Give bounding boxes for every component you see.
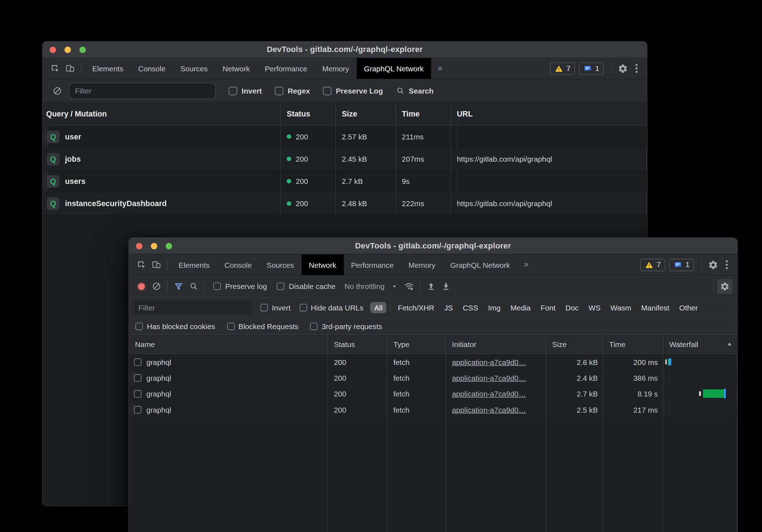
warnings-badge[interactable]: 7 [640,258,665,271]
inspect-element-icon[interactable] [134,254,149,275]
column-header-name[interactable]: Name [129,334,328,353]
record-button[interactable] [138,283,145,290]
export-har-icon[interactable] [439,281,453,291]
search-icon[interactable] [186,281,201,291]
issues-badge[interactable]: 1 [669,258,694,271]
row-checkbox[interactable] [134,374,141,381]
invert-checkbox[interactable] [260,304,268,312]
column-header-type[interactable]: Type [387,334,446,353]
preserve-log-checkbox[interactable] [323,86,331,95]
type-filter-ws[interactable]: WS [584,302,605,313]
table-row[interactable]: graphql 200 fetch application-a7ca9d0… 2… [129,354,737,370]
filter-input[interactable]: Filter [134,301,251,315]
warnings-badge[interactable]: 7 [550,62,575,75]
type-filter-doc[interactable]: Doc [561,302,583,313]
tab-elements[interactable]: Elements [85,58,131,79]
tab-console[interactable]: Console [131,58,173,79]
tab-performance[interactable]: Performance [344,254,401,275]
column-header-size[interactable]: Size [336,103,396,125]
import-har-icon[interactable] [424,281,438,291]
tab-graphql-network[interactable]: GraphQL Network [357,58,431,79]
preserve-log-checkbox[interactable] [213,282,221,290]
settings-gear-icon[interactable] [615,58,630,79]
device-toolbar-icon[interactable] [149,254,164,275]
type-filter-css[interactable]: CSS [459,302,482,313]
kebab-menu-icon[interactable] [630,64,643,73]
device-toolbar-icon[interactable] [62,58,77,79]
network-conditions-icon[interactable] [401,281,416,291]
column-header-query-mutation[interactable]: Query / Mutation [43,103,281,125]
tab-sources[interactable]: Sources [259,254,302,275]
search-control[interactable]: Search [396,86,433,95]
tab-network[interactable]: Network [215,58,258,79]
tab-elements[interactable]: Elements [171,254,217,275]
type-filter-wasm[interactable]: Wasm [607,302,635,313]
blocked-requests-checkbox[interactable] [227,323,235,330]
tab-network[interactable]: Network [301,254,344,275]
initiator-link[interactable]: application-a7ca9d0… [452,405,526,414]
disable-cache-checkbox-group[interactable]: Disable cache [277,282,335,291]
type-filter-all[interactable]: All [370,302,386,313]
table-row[interactable]: Qusers 200 2.7 kB 9s https://gitlab.com/… [43,170,49,192]
type-filter-img[interactable]: Img [484,302,504,313]
hide-data-urls-checkbox[interactable] [300,304,307,312]
column-header-url[interactable]: URL [451,103,647,125]
issues-badge[interactable]: 1 [579,62,604,75]
table-row[interactable]: graphql 200 fetch application-a7ca9d0… 2… [129,370,136,386]
type-filter-fetch-xhr[interactable]: Fetch/XHR [394,302,438,313]
tab-performance[interactable]: Performance [257,58,315,79]
initiator-link[interactable]: application-a7ca9d0… [452,358,526,366]
more-tabs-chevron-icon[interactable]: » [517,254,535,275]
preserve-log-checkbox-group[interactable]: Preserve log [213,282,267,291]
tab-memory[interactable]: Memory [315,58,356,79]
tab-console[interactable]: Console [217,254,259,275]
minimize-button[interactable] [151,243,157,249]
initiator-link[interactable]: application-a7ca9d0… [452,374,526,382]
third-party-requests-checkbox-group[interactable]: 3rd-party requests [310,322,382,331]
column-header-time[interactable]: Time [396,103,451,125]
table-row[interactable]: Quser 200 2.57 kB 211ms https://gitlab.c… [43,125,49,148]
clear-icon[interactable] [149,281,164,291]
hide-data-urls-checkbox-group[interactable]: Hide data URLs [300,303,363,312]
titlebar[interactable]: DevTools - gitlab.com/-/graphql-explorer [43,42,647,58]
type-filter-manifest[interactable]: Manifest [637,302,673,313]
column-header-waterfall[interactable]: Waterfall [663,334,737,353]
type-filter-media[interactable]: Media [507,302,535,313]
throttling-dropdown[interactable]: No throttling [344,282,398,291]
settings-gear-icon[interactable] [705,254,720,275]
third-party-requests-checkbox[interactable] [310,323,318,330]
type-filter-other[interactable]: Other [675,302,702,313]
table-row[interactable]: graphql 200 fetch application-a7ca9d0… 2… [129,386,737,402]
row-checkbox[interactable] [134,358,141,366]
preserve-log-checkbox-group[interactable]: Preserve Log [323,86,383,95]
row-checkbox[interactable] [134,406,141,413]
tab-sources[interactable]: Sources [173,58,215,79]
table-row[interactable]: Qjobs 200 2.45 kB 207ms https://gitlab.c… [43,148,647,170]
invert-checkbox-group[interactable]: Invert [229,86,262,95]
column-header-status[interactable]: Status [281,103,336,125]
invert-checkbox[interactable] [229,86,237,95]
column-header-status[interactable]: Status [328,334,387,353]
close-button[interactable] [50,46,56,53]
table-row[interactable]: QinstanceSecurityDashboard 200 2.48 kB 2… [43,193,647,215]
type-filter-font[interactable]: Font [537,302,560,313]
filter-input[interactable]: Filter [69,82,216,99]
initiator-link[interactable]: application-a7ca9d0… [452,389,526,398]
zoom-button[interactable] [79,46,86,53]
has-blocked-cookies-checkbox[interactable] [136,323,143,330]
blocked-requests-checkbox-group[interactable]: Blocked Requests [227,322,298,331]
table-row[interactable]: graphql 200 fetch application-a7ca9d0… 2… [129,402,136,417]
zoom-button[interactable] [166,243,172,249]
type-filter-js[interactable]: JS [440,302,457,313]
row-checkbox[interactable] [134,390,141,398]
filter-funnel-icon[interactable] [171,281,186,291]
more-tabs-chevron-icon[interactable]: » [431,58,449,79]
close-button[interactable] [136,243,142,249]
column-header-size[interactable]: Size [546,334,603,353]
tab-graphql-network[interactable]: GraphQL Network [443,254,517,275]
regex-checkbox-group[interactable]: Regex [275,86,310,95]
network-settings-gear-icon[interactable] [718,279,732,294]
titlebar[interactable]: DevTools - gitlab.com/-/graphql-explorer [129,238,737,255]
inspect-element-icon[interactable] [48,58,62,79]
clear-icon[interactable] [50,86,64,95]
